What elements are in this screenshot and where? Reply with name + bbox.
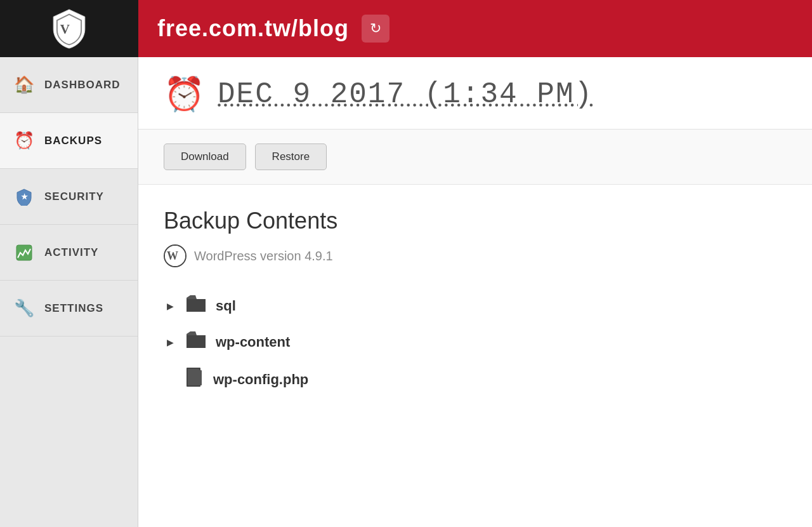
security-icon: ★	[13, 185, 36, 208]
logo-area: V	[0, 0, 138, 57]
tree-label-wp-content: wp-content	[216, 334, 290, 350]
sidebar-item-activity[interactable]: ACTIVITY	[0, 225, 138, 281]
backups-icon: ⏰	[13, 130, 36, 152]
action-bar: Download Restore	[138, 130, 812, 185]
wp-version-text: WordPress version 4.9.1	[194, 249, 333, 264]
folder-icon-sql	[185, 294, 207, 317]
sidebar: 🏠 DASHBOARD ⏰ BACKUPS ★ SECURITY	[0, 57, 138, 527]
tree-expand-sql[interactable]: ▶	[164, 300, 176, 312]
backups-label: BACKUPS	[44, 135, 102, 147]
site-url: free.com.tw/blog	[157, 15, 349, 42]
top-bar: V free.com.tw/blog ↻	[0, 0, 812, 57]
download-button[interactable]: Download	[164, 143, 246, 170]
activity-icon	[13, 241, 36, 264]
url-bar: free.com.tw/blog ↻	[138, 0, 812, 57]
backup-alarm-icon: ⏰	[164, 75, 205, 114]
tree-label-wp-config: wp-config.php	[213, 371, 308, 388]
svg-text:★: ★	[21, 192, 28, 201]
backup-date: DEC 9 2017 (1:34 PM)	[218, 78, 593, 111]
tree-item-wp-config: wp-config.php	[164, 360, 787, 399]
svg-text:V: V	[60, 22, 70, 37]
refresh-button[interactable]: ↻	[362, 15, 390, 43]
sidebar-item-settings[interactable]: 🔧 SETTINGS	[0, 281, 138, 337]
folder-icon-wp-content	[185, 330, 207, 354]
tree-expand-wp-content[interactable]: ▶	[164, 336, 176, 349]
tree-item-sql: ▶ sql	[164, 288, 787, 324]
settings-icon: 🔧	[13, 297, 36, 320]
svg-text:W: W	[167, 250, 178, 262]
backup-contents: Backup Contents W WordPress version 4.9.…	[138, 185, 812, 422]
main-layout: 🏠 DASHBOARD ⏰ BACKUPS ★ SECURITY	[0, 57, 812, 527]
activity-label: ACTIVITY	[44, 246, 98, 259]
tree-label-sql: sql	[216, 298, 236, 314]
wordpress-logo: W	[164, 244, 187, 267]
tree-item-wp-content: ▶ wp-content	[164, 324, 787, 360]
settings-label: SETTINGS	[44, 302, 103, 315]
vaultpress-logo: V	[50, 8, 88, 50]
backup-contents-title: Backup Contents	[164, 208, 787, 234]
security-label: SECURITY	[44, 190, 104, 203]
refresh-icon: ↻	[370, 20, 381, 37]
file-icon-wp-config	[185, 366, 204, 392]
sidebar-item-backups[interactable]: ⏰ BACKUPS	[0, 113, 138, 169]
svg-rect-8	[188, 369, 199, 385]
dashboard-icon: 🏠	[13, 74, 36, 97]
sidebar-item-security[interactable]: ★ SECURITY	[0, 169, 138, 225]
sidebar-item-dashboard[interactable]: 🏠 DASHBOARD	[0, 57, 138, 113]
file-tree: ▶ sql ▶	[164, 288, 787, 399]
dashboard-label: DASHBOARD	[44, 79, 121, 91]
backup-header: ⏰ DEC 9 2017 (1:34 PM)	[138, 57, 812, 130]
restore-button[interactable]: Restore	[255, 143, 327, 170]
wp-version-row: W WordPress version 4.9.1	[164, 244, 787, 267]
content-area: ⏰ DEC 9 2017 (1:34 PM) Download Restore …	[138, 57, 812, 527]
